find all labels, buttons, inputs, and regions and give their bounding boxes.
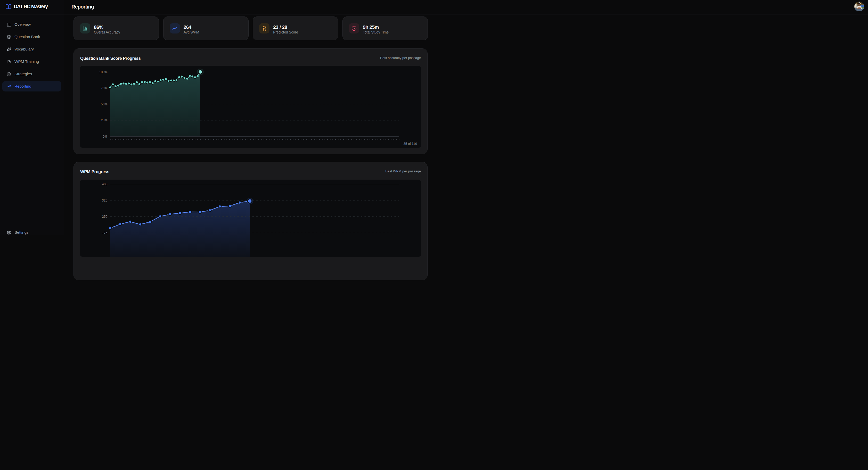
- svg-text:0%: 0%: [103, 135, 107, 138]
- svg-text:100%: 100%: [99, 70, 107, 74]
- svg-text:250: 250: [102, 215, 107, 219]
- svg-text:175: 175: [102, 231, 107, 235]
- svg-text:35 of 110: 35 of 110: [404, 142, 417, 145]
- svg-text:75%: 75%: [101, 86, 107, 90]
- svg-text:50%: 50%: [101, 103, 107, 106]
- svg-text:325: 325: [102, 199, 107, 202]
- svg-text:400: 400: [102, 182, 107, 186]
- svg-text:25%: 25%: [101, 119, 107, 122]
